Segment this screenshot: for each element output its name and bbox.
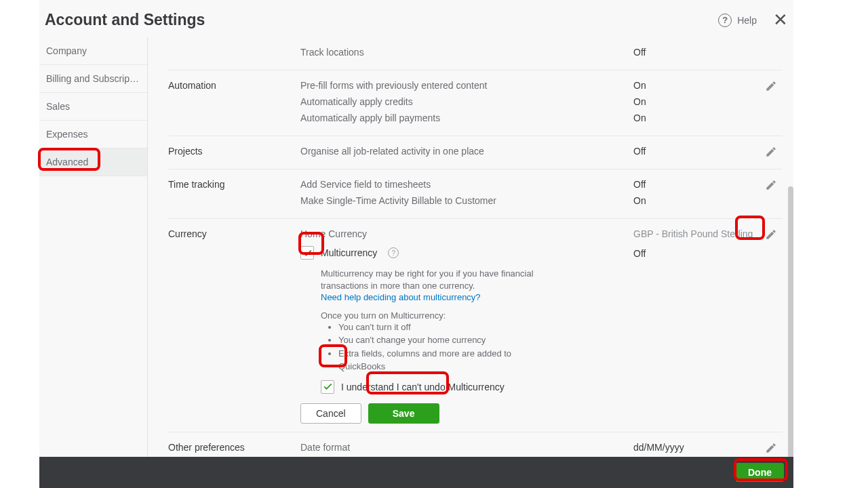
row-label: Make Single-Time Activity Billable to Cu… xyxy=(300,195,633,206)
pencil-icon[interactable] xyxy=(765,80,777,92)
section-title: Projects xyxy=(168,144,300,161)
pencil-icon[interactable] xyxy=(765,442,777,454)
row-value: Off xyxy=(633,146,783,157)
section-title: Automation xyxy=(168,79,300,127)
multicurrency-description: Multicurrency may be right for you if yo… xyxy=(321,268,534,291)
pencil-icon[interactable] xyxy=(765,179,777,191)
row-value: Off xyxy=(633,179,783,190)
section-title: Time tracking xyxy=(168,178,300,210)
sidebar-tab-sales[interactable]: Sales xyxy=(39,93,147,121)
pencil-icon[interactable] xyxy=(765,228,777,241)
section-time-tracking: Time tracking Add Service field to times… xyxy=(168,169,783,219)
section-projects: Projects Organise all job-related activi… xyxy=(168,136,783,169)
row-value: On xyxy=(633,113,783,123)
multicurrency-subhead: Once you turn on Multicurrency: xyxy=(300,310,783,321)
section-title: Currency xyxy=(168,227,300,424)
multicurrency-checkbox[interactable] xyxy=(300,246,314,260)
help-label: Help xyxy=(737,15,757,26)
done-button[interactable]: Done xyxy=(736,463,784,482)
info-icon[interactable]: ? xyxy=(388,247,399,258)
close-icon[interactable]: ✕ xyxy=(773,9,788,30)
row-value: dd/MM/yyyy xyxy=(633,442,783,453)
bullet-item: You can't turn it off xyxy=(338,321,545,334)
pencil-icon[interactable] xyxy=(765,146,777,158)
row-label: Organise all job-related activity in one… xyxy=(300,146,633,157)
page-title: Account and Settings xyxy=(45,11,718,29)
bullet-item: You can't change your home currency xyxy=(338,333,545,347)
sidebar-tab-billing[interactable]: Billing and Subscripti... xyxy=(39,65,147,93)
row-label: Automatically apply credits xyxy=(300,96,633,107)
row-label: Automatically apply bill payments xyxy=(300,113,633,123)
multicurrency-help-link[interactable]: Need help deciding about multicurrency? xyxy=(321,292,481,302)
row-value: On xyxy=(633,96,783,107)
undo-multicurrency-label: I understand I can't undo Multicurrency xyxy=(341,382,505,392)
row-label: Pre-fill forms with previously entered c… xyxy=(300,80,633,91)
sidebar-tab-expenses[interactable]: Expenses xyxy=(39,121,147,148)
help-icon: ? xyxy=(718,14,732,27)
multicurrency-value: Off xyxy=(633,248,783,259)
home-currency-value: GBP - British Pound Sterling xyxy=(633,228,783,239)
section-categories: Track locations Off xyxy=(168,37,783,70)
row-label: Add Service field to timesheets xyxy=(300,179,633,190)
sidebar-tab-company[interactable]: Company xyxy=(39,37,147,65)
row-label: Date format xyxy=(300,442,633,453)
home-currency-label: Home Currency xyxy=(300,228,633,239)
settings-sidebar: Company Billing and Subscripti... Sales … xyxy=(39,37,148,488)
section-automation: Automation Pre-fill forms with previousl… xyxy=(168,70,783,136)
scrollbar[interactable] xyxy=(788,186,793,478)
row-value: Off xyxy=(633,47,783,58)
multicurrency-bullets: You can't turn it off You can't change y… xyxy=(300,321,545,373)
row-value: On xyxy=(633,195,783,206)
bullet-item: Extra fields, columns and more are added… xyxy=(338,347,545,373)
row-label: Track locations xyxy=(300,47,633,58)
undo-multicurrency-checkbox[interactable] xyxy=(321,380,334,394)
section-currency: Currency Home Currency GBP - British Pou… xyxy=(168,219,783,432)
help-button[interactable]: ? Help xyxy=(718,14,757,27)
cancel-button[interactable]: Cancel xyxy=(300,403,361,424)
row-value: On xyxy=(633,80,783,91)
multicurrency-label: Multicurrency xyxy=(321,247,377,258)
settings-content: Track locations Off Automation Pre-fill … xyxy=(148,37,793,488)
sidebar-tab-advanced[interactable]: Advanced xyxy=(39,148,147,176)
save-button[interactable]: Save xyxy=(368,403,439,424)
footer-bar: Done xyxy=(39,457,793,488)
